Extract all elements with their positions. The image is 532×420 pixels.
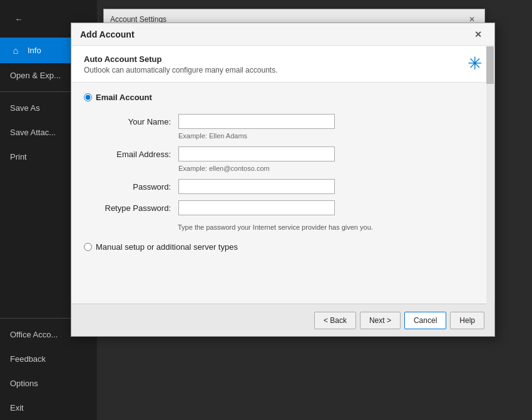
back-button[interactable]: < Back (314, 312, 356, 329)
sidebar-item-exit[interactable]: Exit (0, 396, 97, 420)
auto-setup-text: Auto Account Setup Outlook can automatic… (84, 54, 278, 74)
password-input-cell (175, 176, 482, 197)
next-button[interactable]: Next > (360, 312, 401, 329)
auto-setup-title: Auto Account Setup (84, 54, 278, 64)
modal-footer: < Back Next > Cancel Help (71, 304, 494, 336)
sidebar-item-label: Print (10, 152, 27, 161)
email-address-input-cell (175, 143, 482, 165)
close-icon: ✕ (474, 29, 482, 39)
your-name-label: Your Name: (84, 111, 175, 132)
modal-scroll-thumb (486, 46, 494, 84)
retype-password-row: Retype Password: (84, 197, 482, 218)
your-name-input-cell (175, 111, 482, 132)
email-account-label[interactable]: Email Account (96, 93, 152, 102)
email-address-row: Email Address: (84, 143, 482, 165)
add-account-modal: Add Account ✕ Auto Account Setup Outlook… (71, 23, 495, 337)
back-button[interactable]: ← (6, 6, 31, 31)
retype-password-input-cell (175, 197, 482, 218)
sidebar-item-options[interactable]: Options (0, 371, 97, 396)
sidebar-item-label: Info (28, 46, 41, 55)
auto-setup-description: Outlook can automatically configure many… (84, 66, 278, 74)
password-label: Password: (84, 176, 175, 197)
manual-setup-radio-group: Manual setup or additional server types (84, 242, 482, 252)
sidebar-item-label: Feedback (10, 354, 46, 364)
help-button[interactable]: Help (450, 312, 484, 329)
sidebar-item-label: Options (10, 379, 38, 388)
modal-content: Auto Account Setup Outlook can automatic… (71, 46, 494, 336)
retype-password-label: Retype Password: (84, 197, 175, 218)
your-name-hint-row: Example: Ellen Adams (84, 132, 482, 143)
email-address-label: Email Address: (84, 143, 175, 165)
password-hint: Type the password your Internet service … (178, 223, 482, 231)
account-form: Your Name: Example: Ellen Adams Email Ad… (84, 111, 482, 218)
manual-setup-radio[interactable] (84, 243, 92, 251)
sidebar-item-label: Save Attac... (10, 128, 56, 137)
sidebar-item-label: Save As (10, 103, 40, 113)
your-name-hint: Example: Ellen Adams (175, 132, 482, 143)
email-address-hint-row: Example: ellen@contoso.com (84, 165, 482, 176)
manual-setup-label[interactable]: Manual setup or additional server types (96, 242, 238, 252)
password-input[interactable] (178, 179, 335, 194)
sidebar-item-label: Exit (10, 403, 24, 412)
email-account-radio[interactable] (84, 93, 92, 101)
email-address-hint: Example: ellen@contoso.com (175, 165, 482, 176)
sidebar-item-feedback[interactable]: Feedback (0, 347, 97, 371)
modal-close-button[interactable]: ✕ (471, 27, 486, 42)
password-row: Password: (84, 176, 482, 197)
modal-scrollbar[interactable] (486, 46, 494, 336)
retype-password-input[interactable] (178, 200, 335, 215)
form-area: Email Account Your Name: Example: Ellen … (71, 83, 494, 304)
your-name-input[interactable] (178, 114, 335, 129)
auto-setup-header: Auto Account Setup Outlook can automatic… (71, 46, 494, 83)
home-icon: ⌂ (10, 45, 21, 56)
sidebar-item-label: Open & Exp... (10, 71, 61, 80)
modal-title: Add Account (80, 29, 135, 39)
email-account-radio-group: Email Account (84, 93, 482, 102)
sidebar-item-label: Office Acco... (10, 330, 58, 339)
modal-titlebar: Add Account ✕ (71, 23, 494, 46)
auto-setup-spinner-icon: ✳ (468, 53, 482, 74)
email-address-input[interactable] (178, 146, 335, 161)
back-icon: ← (15, 14, 23, 24)
cancel-button[interactable]: Cancel (404, 312, 446, 329)
your-name-row: Your Name: (84, 111, 482, 132)
